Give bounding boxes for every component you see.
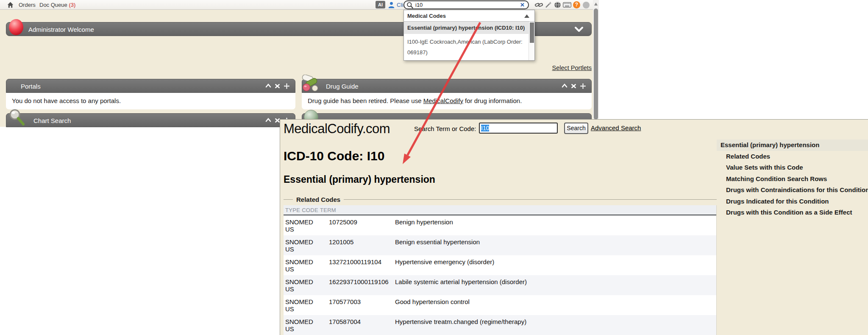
doc-queue-count: (3) [69,2,75,8]
drug-guide-message: Drug guide has been retired. Please use … [308,97,522,104]
cell-term: Benign essential hypertension [393,235,716,255]
sidebar-link[interactable]: Essential (primary) hypertension [717,140,868,151]
chevron-down-icon[interactable] [574,26,584,32]
collapse-icon[interactable] [562,83,568,89]
chart-search-header[interactable]: Chart Search [6,113,295,127]
collapse-icon[interactable] [265,83,271,89]
nav-doc-queue[interactable]: Doc Queue (3) [39,2,75,8]
sidebar-link-label: Related Codes [726,153,770,160]
sidebar-link[interactable]: Drugs with this Condition as a Side Effe… [717,207,868,218]
message-prefix: Drug guide has been retired. Please use [308,97,423,104]
pills-icon [300,75,321,92]
search-term-label: Search Term or Code: [414,125,476,132]
fieldset-border: Related Codes [284,199,717,200]
sidebar-link[interactable]: Drugs with Contraindications for this Co… [717,184,868,196]
cell-type: SNOMED US [284,235,327,255]
column-header[interactable]: CODE [300,205,318,215]
column-header[interactable]: TERM [318,205,336,215]
keyboard-icon[interactable] [563,2,571,8]
home-icon[interactable] [7,1,14,8]
message-suffix: for drug information. [463,97,522,104]
icd10-code-heading: ICD-10 Code: I10 [284,149,384,163]
drug-guide-body: Drug guide has been retired. Please use … [302,93,592,109]
portlet-drug-guide: Drug Guide Drug guide has been retired. … [302,79,592,109]
cell-term: Good hypertension control [393,295,716,315]
close-icon[interactable] [275,83,280,89]
medicalcodify-link[interactable]: MedicalCodify [423,97,463,104]
sidebar-link[interactable]: Drugs Indicated for this Condition [717,196,868,207]
cell-code: 170587004 [327,315,393,335]
condition-heading: Essential (primary) hypertension [284,174,435,185]
dropdown-scrollbar-thumb[interactable] [530,22,534,43]
global-search-input[interactable] [415,1,500,8]
help-icon[interactable]: ? [573,1,580,8]
dropdown-group-header[interactable]: Medical Codes [404,10,534,22]
portals-message: You do not have access to any portals. [12,97,121,104]
sidebar-link[interactable]: Matching Condition Search Rows [717,173,868,185]
dropdown-item[interactable]: I100-IgE Cockroach,American (LabCorp Ord… [404,34,529,60]
advanced-search-link[interactable]: Advanced Search [591,124,641,131]
session-status-icon [583,2,590,8]
scrollbar-thumb[interactable] [594,8,598,120]
related-codes-legend: Related Codes [293,196,344,203]
chart-search-magnifier-icon [8,108,27,128]
cell-type: SNOMED US [284,295,327,315]
portals-header[interactable]: Portals [6,79,295,93]
cell-type: SNOMED US [284,215,327,235]
scroll-up-arrow-icon[interactable] [594,3,598,6]
global-search-box[interactable]: ✕ [403,0,529,9]
move-icon[interactable] [284,83,290,89]
table-row[interactable]: SNOMED US 1201005 Benign essential hyper… [284,235,716,255]
cell-code: 132721000119104 [327,255,393,275]
cell-term: Labile systemic arterial hypertension (d… [393,275,716,295]
sidebar-link[interactable]: Value Sets with this Code [717,162,868,173]
table-body: SNOMED US 10725009 Benign hypertension S… [284,215,716,335]
cell-term: Benign hypertension [393,215,716,235]
codify-search-input[interactable]: I10 [479,123,558,134]
close-icon[interactable] [571,83,576,89]
red-orb-icon [9,19,23,35]
portlet-chart-search: Chart Search [6,113,295,127]
dropdown-group-label: Medical Codes [407,13,446,19]
wand-icon[interactable] [545,1,552,8]
cell-code: 170577003 [327,295,393,315]
drug-guide-header[interactable]: Drug Guide [302,79,592,93]
doc-queue-label: Doc Queue [39,2,67,8]
column-header[interactable]: TYPE [284,205,300,215]
screen: Orders Doc Queue (3) AI Clin ✕ ? [0,0,868,335]
table-row[interactable]: SNOMED US 132721000119104 Hypertensive e… [284,255,716,275]
cell-term: Hypertensive treatm.changed (regime/ther… [393,315,716,335]
link-icon[interactable] [535,1,543,8]
select-portlets-link[interactable]: Select Portlets [536,64,592,71]
dropdown-scrollbar[interactable] [529,22,534,60]
sidebar-links: Essential (primary) hypertensionRelated … [717,140,868,218]
move-icon[interactable] [580,83,586,89]
table-row[interactable]: SNOMED US 170587004 Hypertensive treatm.… [284,315,716,335]
selected-text: I10 [481,125,489,131]
codify-sidebar: Essential (primary) hypertensionRelated … [717,120,868,335]
sidebar-link-label: Drugs Indicated for this Condition [726,198,829,205]
table-row[interactable]: SNOMED US 10725009 Benign hypertension [284,215,716,235]
chart-search-title: Chart Search [33,117,71,124]
ai-badge-icon[interactable]: AI [376,1,385,8]
medicalcodify-logo[interactable]: MedicalCodify.com [284,121,390,137]
globe-icon[interactable] [554,1,561,8]
table-row[interactable]: SNOMED US 170577003 Good hypertension co… [284,295,716,315]
table-header-row: TYPECODETERM [284,205,716,215]
collapse-icon[interactable] [265,117,271,123]
sidebar-link[interactable]: Related Codes [717,151,868,162]
user-icon[interactable] [388,1,395,8]
codify-search-button[interactable]: Search [564,123,588,134]
blank-page-area [0,127,281,335]
sort-asc-icon[interactable] [524,14,529,18]
nav-orders[interactable]: Orders [19,2,36,8]
table-row[interactable]: SNOMED US 16229371000119106 Labile syste… [284,275,716,295]
dropdown-item[interactable]: Essential (primary) hypertension (ICD10:… [404,22,529,34]
clear-search-icon[interactable]: ✕ [520,2,525,8]
dropdown-item-label: I100-IgE Cockroach,American (LabCorp Ord… [407,39,523,56]
welcome-banner-title: Administrator Welcome [28,26,94,33]
cell-type: SNOMED US [284,275,327,295]
top-toolbar: Orders Doc Queue (3) AI Clin ✕ ? [0,0,593,10]
sidebar-link-label: Matching Condition Search Rows [726,175,827,182]
medicalcodify-window: MedicalCodify.com Search Term or Code: I… [280,119,868,335]
